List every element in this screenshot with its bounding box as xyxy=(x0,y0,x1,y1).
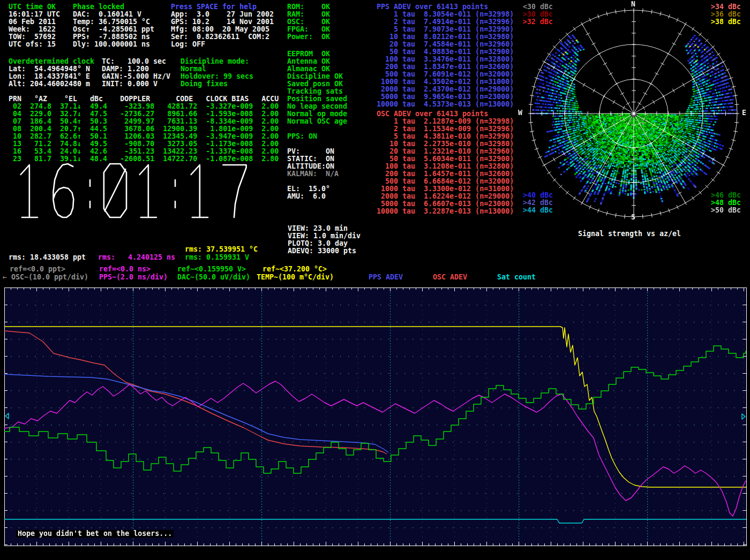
text-line: 06 Feb 2011 xyxy=(9,18,60,26)
adev-row: 500 tau 6.6684e-012 (n=32000) xyxy=(377,178,514,185)
version-block: App: 3.0 27 Jun 2002GPS: 10.2 14 Nov 200… xyxy=(171,11,274,48)
sat-table-header: PRN °AZ °EL dBc DOPPLER CODE CLOCK BIAS … xyxy=(9,95,279,103)
adev-row: 1000 tau 4.3502e-012 (n=31000) xyxy=(377,78,514,86)
adev-row: 100 tau 3.3476e-011 (n=32800) xyxy=(377,56,514,63)
pps-adev-table: 1 tau 8.3054e-011 (n=32998) 2 tau 7.4914… xyxy=(377,11,514,108)
scale-temp-label: TEMP~(100 m°C/div) xyxy=(257,274,334,281)
adev-row: 500 tau 7.6091e-012 (n=32000) xyxy=(377,71,514,78)
polar-caption: Signal strength vs az/el xyxy=(578,230,681,238)
adev-row: 2 tau 7.4914e-011 (n=32996) xyxy=(377,18,514,26)
amu-mask: AMU: 6.0 xyxy=(287,193,326,200)
sat-count-trace-label: Sat count xyxy=(497,274,536,281)
status-line: STATIC: ON xyxy=(287,155,334,163)
text-line: Lat: 54.4964948° N xyxy=(9,65,90,73)
status-line: Position saved xyxy=(287,95,347,103)
status-line: Power: OK xyxy=(287,33,330,41)
rms-pps: rms: 4.240125 ns xyxy=(98,254,175,261)
utc-time-block: 16:01:17 UTC06 Feb 2011Week: 1622TOW: 57… xyxy=(9,11,60,48)
text-line: PPS↑ -7.888502 ns xyxy=(73,33,154,41)
view-info-block: VIEW: 23.0 minVIEW: 1.0 min/divPLOTQ: 3.… xyxy=(288,225,361,255)
fix-modes-list: PV: ONSTATIC: ONALTITUDE:ON xyxy=(287,148,334,170)
sat-table-row: 10 282.7 62.6↑ 50.1 1206.03 12345.49 -3.… xyxy=(9,133,279,140)
kalman-status: KALMAN: N/A xyxy=(287,170,339,178)
dbc-legend-item: >30 dBc xyxy=(523,11,553,18)
rms-osc: rms: 18.433058 ppt xyxy=(9,254,86,261)
status-message: Hope you didn't bet on the losers... xyxy=(16,530,174,538)
adev-row: 2 tau 1.1534e-009 (n=32996) xyxy=(377,125,514,133)
dbc-legend-item: >38 dBc xyxy=(711,18,741,26)
text-line: Holdover: 99 secs xyxy=(181,73,253,80)
dbc-legend-item: >42 dBc xyxy=(523,199,553,207)
adev-row: 200 tau 1.6457e-011 (n=32600) xyxy=(377,170,514,178)
dbc-legend-item: >46 dBc xyxy=(711,192,741,199)
scale-pps-label: PPS~(2.0 ns/div) xyxy=(99,274,168,281)
adev-row: 50 tau 5.6034e-011 (n=32900) xyxy=(377,155,514,163)
text-line: Alt: 204.46002480 m xyxy=(9,80,90,88)
position-block: Lat: 54.4964948° NLon: 18.4337841° EAlt:… xyxy=(9,65,90,88)
rms-dac: rms: 0.159931 V xyxy=(185,254,249,261)
status-line: Discipline OK xyxy=(287,73,347,80)
status-line: No leap second xyxy=(287,103,347,110)
text-line: Normal xyxy=(181,65,253,73)
text-line: VIEW: 23.0 min xyxy=(288,225,361,232)
adev-row: 2000 tau 1.6224e-012 (n=29000) xyxy=(377,193,514,200)
history-strip-chart[interactable] xyxy=(0,286,750,560)
status-line: Normal OSC age xyxy=(287,118,347,125)
adev-row: 10 tau 8.0212e-011 (n=32980) xyxy=(377,33,514,41)
sat-table: 02 274.8 37.1↓ 49.4 -323.98 4281.72 -3.3… xyxy=(9,103,279,163)
text-line: App: 3.0 27 Jun 2002 xyxy=(171,11,274,18)
scale-osc-label: ← OSC~(10.0 ppt/div) xyxy=(3,274,88,281)
text-line: VIEW: 1.0 min/div xyxy=(288,232,361,240)
status-line: FPGA: OK xyxy=(287,26,330,33)
ref-dac-label: ref~<0.159950 V> xyxy=(177,266,246,273)
status-line: Normal op mode xyxy=(287,110,347,118)
text-line: 16:01:17 UTC xyxy=(9,11,60,18)
big-digital-clock xyxy=(14,161,266,223)
text-line: Discipline mode: xyxy=(181,58,253,65)
oscillator-block: DAC: 0.160141 VTemp: 36.750015 °COsc↑ -4… xyxy=(73,11,154,48)
adev-row: 50 tau 4.9883e-011 (n=32900) xyxy=(377,48,514,56)
elevation-mask: EL: 15.0° xyxy=(287,185,330,193)
lady-heather-screen: UTC time OK 16:01:17 UTC06 Feb 2011Week:… xyxy=(0,0,750,560)
pps-adev-trace-label: PPS ADEV xyxy=(369,274,403,281)
text-line: Dly: 100.000001 ns xyxy=(73,41,154,48)
text-line: INIT: 0.000 V xyxy=(102,80,170,88)
text-line: Mfg: 08:00 20 May 2005 xyxy=(171,26,274,33)
status-line: ROM: OK xyxy=(287,3,330,11)
text-line: Temp: 36.750015 °C xyxy=(73,18,154,26)
ref-osc-label: ref=<0.0 ppt> xyxy=(10,266,65,273)
compass-north-label: N xyxy=(631,1,635,8)
dbc-legend-item: >40 dBc xyxy=(523,192,553,199)
ref-pps-label: ref=<0.0 ns> xyxy=(99,266,151,273)
sat-table-row: 13 71.2 74.8↓ 49.5 -908.70 3273.05 -1.17… xyxy=(9,140,279,148)
compass-east-label: E xyxy=(742,109,746,117)
pps-adev-header: PPS ADEV over 61413 points xyxy=(377,3,488,11)
text-line: Osc↑ -4.285061 ppt xyxy=(73,26,154,33)
text-line: Ser: 0.82362611 COM:2 xyxy=(171,33,274,41)
adev-row: 1 tau 2.1287e-009 (n=32998) xyxy=(377,118,514,125)
status-line: ALTITUDE:ON xyxy=(287,163,334,170)
status-line: RAM: OK xyxy=(287,11,330,18)
adev-row: 10000 tau 4.5373e-013 (n=13000) xyxy=(377,101,514,108)
adev-row: 1000 tau 3.3300e-012 (n=31000) xyxy=(377,185,514,193)
dbc-legend-bottom-right: >46 dBc>48 dBc>50 dBc xyxy=(711,192,741,214)
text-line: Doing fixes xyxy=(181,80,253,88)
adev-row: 2000 tau 2.4370e-012 (n=29000) xyxy=(377,86,514,93)
status-line: Saved posn OK xyxy=(287,80,347,88)
gps-status-list: EEPROM OKAntenna OKAlmanac OKDiscipline … xyxy=(287,50,347,125)
text-line: TC: 100.0 sec xyxy=(102,58,170,65)
dbc-legend-item: >34 dBc xyxy=(711,3,741,11)
status-line: Almanac OK xyxy=(287,65,347,73)
sat-table-row: 04 229.0 32.7↓ 47.5 -2736.27 8961.66 -1.… xyxy=(9,110,279,118)
receiver-mode-header: Overdetermined clock xyxy=(9,58,94,65)
status-line: OSC: OK xyxy=(287,18,330,26)
loop-params-block: TC: 100.0 secDAMP: 1.200GAIN:-5.000 Hz/V… xyxy=(102,58,170,88)
status-line: Antenna OK xyxy=(287,58,347,65)
adev-row: 1 tau 8.3054e-011 (n=32998) xyxy=(377,11,514,18)
dbc-legend-item: >44 dBc xyxy=(523,207,553,214)
adev-row: 200 tau 1.8347e-011 (n=32600) xyxy=(377,63,514,71)
compass-west-label: W xyxy=(518,109,522,117)
osc-adev-header: OSC ADEV over 61413 points xyxy=(377,110,488,118)
text-line: Lon: 18.4337841° E xyxy=(9,73,90,80)
sat-table-row: 02 274.8 37.1↓ 49.4 -323.98 4281.72 -3.3… xyxy=(9,103,279,110)
